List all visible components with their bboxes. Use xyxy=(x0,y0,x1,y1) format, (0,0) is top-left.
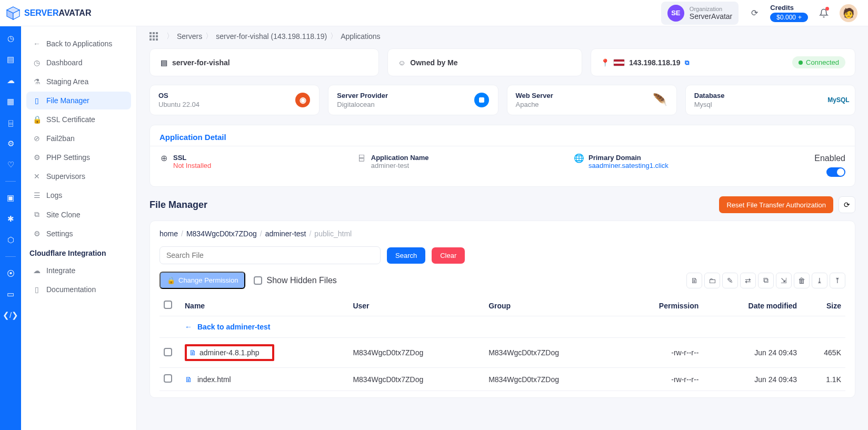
credits-pill[interactable]: $0.000 + xyxy=(770,13,808,22)
breadcrumb-servers[interactable]: Servers xyxy=(177,32,202,41)
sidebar-item-logs[interactable]: ☰ Logs xyxy=(26,186,131,204)
path-app[interactable]: adminer-test xyxy=(265,229,306,238)
sidebar-item-ssl[interactable]: 🔒 SSL Certificate xyxy=(26,111,131,128)
organization-selector[interactable]: SE Organization ServerAvatar xyxy=(661,2,739,25)
sidebar-item-label: Documentation xyxy=(46,285,96,294)
us-flag-icon xyxy=(613,59,625,66)
copy-file-icon[interactable]: ⧉ xyxy=(758,273,774,288)
rail-icon-dashboard[interactable]: ◷ xyxy=(6,34,15,43)
rail-icon-lists[interactable]: ▦ xyxy=(6,97,15,106)
back-to-parent-link[interactable]: ← Back to adminer-test xyxy=(185,323,841,331)
rail-icon-network[interactable]: ⚙ xyxy=(6,139,15,148)
file-text-icon: ☰ xyxy=(33,191,41,199)
file-user: M834WgcD0tx7ZDog xyxy=(348,368,484,391)
change-permission-button[interactable]: 🔒 Change Permission xyxy=(159,272,245,289)
delete-icon[interactable]: 🗑 xyxy=(794,273,810,288)
webserver-value: Apache xyxy=(516,101,553,108)
new-folder-icon[interactable]: 🗀 xyxy=(704,273,720,288)
rail-icon-storage[interactable]: ⌸ xyxy=(6,118,15,127)
copy-ip-icon[interactable]: ⧉ xyxy=(685,59,690,66)
new-file-icon[interactable]: 🗎 xyxy=(686,273,702,288)
database-value: Mysql xyxy=(694,101,725,108)
rail-icon-api[interactable]: ❮/❯ xyxy=(6,311,15,320)
file-name[interactable]: adminer-4.8.1.php xyxy=(199,348,260,357)
path-home[interactable]: home xyxy=(159,229,178,238)
rail-icon-teams[interactable]: ☁ xyxy=(6,76,15,85)
rail-icon-monitor[interactable]: ♡ xyxy=(6,160,15,169)
owner-text: Owned by Me xyxy=(410,58,457,67)
arrow-left-icon: ← xyxy=(33,39,41,48)
rail-icon-cluster[interactable]: ⦿ xyxy=(6,268,15,278)
compress-icon[interactable]: ⇲ xyxy=(776,273,792,288)
connection-status-badge: Connected xyxy=(792,56,845,68)
sidebar-item-settings[interactable]: ⚙ Settings xyxy=(26,225,131,243)
sidebar-item-label: Supervisors xyxy=(46,172,85,181)
status-text: Connected xyxy=(806,58,839,66)
status-dot-icon xyxy=(799,61,803,65)
row-checkbox[interactable] xyxy=(164,348,172,356)
domain-detail: 🌐 Primary Domain saadminer.satesting1.cl… xyxy=(575,154,669,169)
app-icon: ⌸ xyxy=(357,154,366,162)
sidebar-item-file-manager[interactable]: ▯ File Manager xyxy=(26,92,131,109)
logo[interactable]: SERVERAVATAR xyxy=(5,5,91,21)
credits[interactable]: Credits $0.000 + xyxy=(770,4,808,22)
upload-icon[interactable]: ⤒ xyxy=(830,273,845,288)
file-type-icon: 🗎 xyxy=(189,348,196,357)
ssl-detail: ⊕ SSL Not Installed xyxy=(159,154,211,169)
search-file-input[interactable] xyxy=(159,246,381,264)
file-type-icon: 🗎 xyxy=(185,375,192,384)
rail-icon-servers[interactable]: ▤ xyxy=(6,55,15,64)
notifications-icon[interactable] xyxy=(817,7,830,19)
rail-icon-docs[interactable]: ▭ xyxy=(6,289,15,299)
grid-icon[interactable] xyxy=(149,32,158,41)
file-row[interactable]: 🗎 adminer-4.8.1.php M834WgcD0tx7ZDog M83… xyxy=(159,338,845,368)
os-label: OS xyxy=(158,92,199,99)
apache-icon: 🪶 xyxy=(653,93,667,107)
sidebar-item-supervisors[interactable]: ✕ Supervisors xyxy=(26,167,131,185)
show-hidden-label: Show Hidden Files xyxy=(266,276,336,285)
breadcrumb-apps[interactable]: Applications xyxy=(341,32,381,41)
user-avatar[interactable]: 🧑 xyxy=(840,4,857,22)
rail-icon-integrations[interactable]: ✱ xyxy=(6,214,15,224)
download-icon[interactable]: ⤓ xyxy=(812,273,827,288)
select-all-checkbox[interactable] xyxy=(164,301,172,309)
breadcrumb-server[interactable]: server-for-vishal (143.198.118.19) xyxy=(216,32,327,41)
ssl-icon: ⊕ xyxy=(159,154,168,162)
path-user[interactable]: M834WgcD0tx7ZDog xyxy=(186,229,257,238)
location-icon: 📍 xyxy=(601,58,609,67)
reset-file-transfer-button[interactable]: Reset File Transfer Authorization xyxy=(719,196,833,213)
edit-icon[interactable]: ✎ xyxy=(722,273,738,288)
sidebar-item-label: Dashboard xyxy=(46,58,83,67)
move-icon[interactable]: ⇄ xyxy=(740,273,756,288)
sidebar-item-integrate[interactable]: ☁ Integrate xyxy=(26,262,131,279)
clear-button[interactable]: Clear xyxy=(432,247,465,264)
provider-value: Digitalocean xyxy=(337,101,388,108)
domain-value[interactable]: saadminer.satesting1.click xyxy=(588,162,669,169)
sidebar-item-staging[interactable]: ⚗ Staging Area xyxy=(26,73,131,91)
enabled-toggle[interactable] xyxy=(826,167,845,177)
arrow-left-icon: ← xyxy=(185,323,192,331)
sliders-icon: ⚙ xyxy=(33,153,41,162)
os-card: OS Ubuntu 22.04 ◉ xyxy=(149,85,320,115)
rail-icon-billing[interactable]: ▣ xyxy=(6,193,15,203)
enabled-toggle-group: Enabled xyxy=(814,154,845,177)
col-user: User xyxy=(348,295,484,316)
file-name[interactable]: index.html xyxy=(197,375,231,384)
back-to-applications[interactable]: ← Back to Applications xyxy=(26,35,131,53)
file-row[interactable]: 🗎 index.html M834WgcD0tx7ZDog M834WgcD0t… xyxy=(159,368,845,391)
rail-icon-settings[interactable]: ⬡ xyxy=(6,235,15,245)
row-checkbox[interactable] xyxy=(164,374,172,383)
sidebar-item-documentation[interactable]: ▯ Documentation xyxy=(26,281,131,298)
refresh-button[interactable]: ⟳ xyxy=(839,196,855,213)
sidebar-item-dashboard[interactable]: ◷ Dashboard xyxy=(26,54,131,72)
sidebar-item-fail2ban[interactable]: ⊘ Fail2ban xyxy=(26,129,131,147)
sidebar-item-php[interactable]: ⚙ PHP Settings xyxy=(26,148,131,166)
show-hidden-checkbox[interactable]: Show Hidden Files xyxy=(254,276,336,285)
breadcrumb: 〉 Servers 〉 server-for-vishal (143.198.1… xyxy=(149,26,855,48)
back-link-label: Back to adminer-test xyxy=(197,323,270,331)
search-button[interactable]: Search xyxy=(387,247,425,264)
back-row[interactable]: ← Back to adminer-test xyxy=(159,316,845,338)
refresh-org-icon[interactable]: ⟳ xyxy=(748,7,761,19)
sidebar-item-siteclone[interactable]: ⧉ Site Clone xyxy=(26,205,131,224)
enabled-label: Enabled xyxy=(814,154,845,163)
